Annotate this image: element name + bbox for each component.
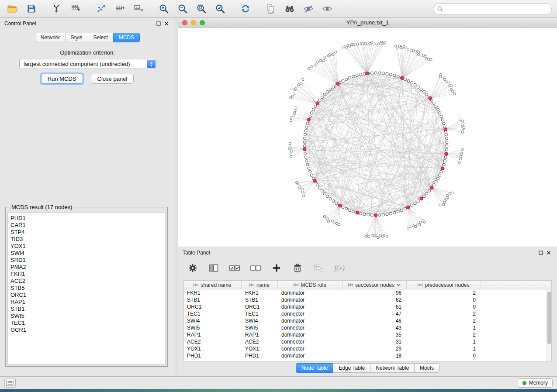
network-node[interactable] bbox=[295, 107, 297, 109]
network-node[interactable] bbox=[461, 148, 464, 151]
network-node[interactable] bbox=[417, 200, 419, 203]
network-node[interactable] bbox=[378, 214, 381, 217]
cell-name[interactable]: STB1 bbox=[242, 296, 278, 303]
cell-predecessor-nodes[interactable]: 2 bbox=[407, 331, 481, 338]
network-hub-node[interactable] bbox=[430, 186, 434, 190]
table-row[interactable]: RAP1 RAP1 dominator 35 2 bbox=[184, 331, 551, 338]
network-node[interactable] bbox=[443, 201, 446, 203]
create-column-button[interactable] bbox=[271, 262, 282, 274]
network-node[interactable] bbox=[329, 197, 332, 200]
cell-name[interactable]: ORC1 bbox=[242, 303, 278, 310]
close-window-icon[interactable] bbox=[182, 20, 187, 25]
network-node[interactable] bbox=[290, 117, 292, 119]
network-hub-node[interactable] bbox=[401, 76, 404, 80]
network-node[interactable] bbox=[326, 90, 329, 93]
cell-shared-name[interactable]: SWI5 bbox=[184, 324, 242, 331]
network-node[interactable] bbox=[396, 46, 398, 48]
network-hub-node[interactable] bbox=[374, 213, 377, 217]
network-node[interactable] bbox=[345, 207, 348, 210]
mcds-result-item[interactable]: SWI4 bbox=[10, 250, 163, 257]
network-node[interactable] bbox=[461, 131, 464, 133]
minimize-window-icon[interactable] bbox=[191, 20, 196, 25]
network-node[interactable] bbox=[373, 42, 375, 44]
tab-network-table[interactable]: Network Table bbox=[370, 363, 415, 373]
network-node[interactable] bbox=[381, 42, 383, 45]
cell-shared-name[interactable]: TEC1 bbox=[184, 310, 242, 317]
mcds-result-item[interactable]: TEC1 bbox=[10, 320, 163, 327]
find-button[interactable] bbox=[282, 2, 297, 15]
cell-name[interactable]: PHD1 bbox=[242, 352, 278, 359]
clone-network-button[interactable] bbox=[263, 2, 278, 15]
network-node[interactable] bbox=[439, 204, 441, 206]
cell-predecessor-nodes[interactable]: 1 bbox=[407, 338, 481, 345]
network-node[interactable] bbox=[386, 235, 388, 237]
network-node[interactable] bbox=[432, 184, 435, 186]
network-hub-node[interactable] bbox=[420, 197, 423, 200]
network-node[interactable] bbox=[397, 75, 399, 78]
network-node[interactable] bbox=[332, 86, 335, 88]
network-node[interactable] bbox=[418, 51, 420, 53]
network-node[interactable] bbox=[306, 163, 309, 166]
network-node[interactable] bbox=[423, 195, 426, 198]
network-node[interactable] bbox=[420, 88, 422, 90]
cell-shared-name[interactable]: FKH1 bbox=[184, 289, 242, 296]
network-node[interactable] bbox=[304, 152, 306, 155]
network-node[interactable] bbox=[461, 120, 464, 122]
network-node[interactable] bbox=[417, 224, 419, 226]
table-row[interactable]: ORC1 ORC1 dominator 61 0 bbox=[184, 303, 551, 310]
network-node[interactable] bbox=[310, 174, 313, 176]
mcds-result-item[interactable]: SWI5 bbox=[10, 313, 163, 320]
network-hub-node[interactable] bbox=[445, 152, 448, 156]
network-node[interactable] bbox=[422, 220, 424, 222]
network-node[interactable] bbox=[316, 184, 319, 186]
select-all-columns-button[interactable] bbox=[229, 262, 240, 274]
zoom-selected-button[interactable] bbox=[213, 2, 228, 15]
network-node[interactable] bbox=[407, 48, 409, 50]
network-node[interactable] bbox=[418, 53, 420, 55]
float-table-panel-button[interactable] bbox=[537, 249, 545, 256]
network-node[interactable] bbox=[301, 188, 303, 190]
network-node[interactable] bbox=[296, 181, 298, 183]
network-node[interactable] bbox=[460, 155, 462, 158]
network-node[interactable] bbox=[379, 234, 381, 236]
import-network-button[interactable] bbox=[49, 2, 64, 15]
network-node[interactable] bbox=[309, 170, 311, 173]
network-node[interactable] bbox=[371, 235, 373, 237]
export-table-button[interactable] bbox=[112, 2, 127, 15]
network-hub-node[interactable] bbox=[313, 179, 317, 182]
mcds-result-item[interactable]: STB5 bbox=[10, 285, 163, 292]
network-node[interactable] bbox=[314, 105, 317, 107]
network-node[interactable] bbox=[400, 209, 403, 212]
cell-successor-nodes[interactable]: 29 bbox=[343, 345, 407, 352]
column-header-successor-nodes[interactable]: successor nodes bbox=[343, 281, 407, 289]
network-hub-node[interactable] bbox=[356, 211, 359, 215]
network-node[interactable] bbox=[303, 137, 306, 140]
show-panels-button[interactable] bbox=[4, 378, 16, 388]
network-hub-node[interactable] bbox=[336, 82, 340, 86]
network-node[interactable] bbox=[367, 236, 370, 238]
network-node[interactable] bbox=[305, 126, 308, 128]
table-row[interactable]: SWI4 SWI4 dominator 46 2 bbox=[184, 317, 551, 324]
network-node[interactable] bbox=[443, 163, 445, 166]
network-hub-node[interactable] bbox=[316, 102, 319, 105]
table-scrollbar[interactable] bbox=[547, 289, 551, 361]
cell-mcds-role[interactable]: dominator bbox=[278, 303, 343, 310]
network-node[interactable] bbox=[426, 193, 428, 195]
network-node[interactable] bbox=[349, 76, 351, 79]
network-node[interactable] bbox=[453, 93, 456, 95]
network-node[interactable] bbox=[345, 78, 348, 81]
memory-button[interactable]: Memory bbox=[518, 378, 553, 388]
cell-name[interactable]: FKH1 bbox=[242, 289, 278, 296]
delete-columns-button[interactable] bbox=[292, 262, 303, 274]
function-builder-button[interactable]: f(x) bbox=[334, 262, 345, 274]
network-node[interactable] bbox=[428, 189, 431, 192]
cell-predecessor-nodes[interactable]: 0 bbox=[407, 296, 481, 303]
tab-network[interactable]: Network bbox=[35, 33, 66, 42]
cell-shared-name[interactable]: YOX1 bbox=[184, 345, 242, 352]
network-node[interactable] bbox=[389, 212, 392, 215]
network-node[interactable] bbox=[419, 221, 421, 223]
network-node[interactable] bbox=[321, 189, 323, 192]
network-node[interactable] bbox=[382, 213, 384, 216]
network-node[interactable] bbox=[459, 158, 461, 160]
network-node[interactable] bbox=[447, 81, 449, 83]
